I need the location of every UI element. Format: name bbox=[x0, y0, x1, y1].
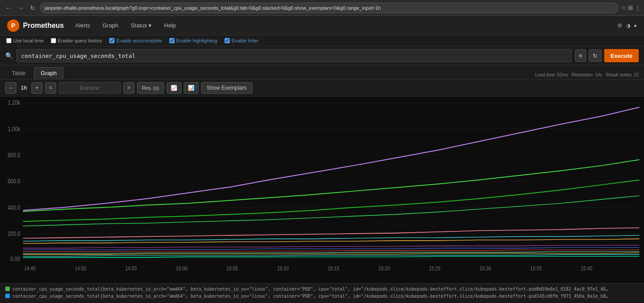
use-local-time-checkbox[interactable] bbox=[6, 38, 11, 43]
refresh-button[interactable]: ↻ bbox=[28, 4, 37, 12]
svg-text:400.0: 400.0 bbox=[8, 204, 20, 212]
area-chart-icon-button[interactable]: 📊 bbox=[184, 82, 198, 94]
use-local-time-label[interactable]: Use local time bbox=[6, 38, 44, 43]
legend-item: container_cpu_usage_seconds_total{beta_k… bbox=[5, 286, 639, 292]
autocomplete-label[interactable]: Enable autocomplete bbox=[109, 38, 162, 43]
menu-icon: ⋮ bbox=[635, 4, 640, 11]
load-time: Load time: 62ms bbox=[535, 72, 568, 77]
svg-text:15:05: 15:05 bbox=[227, 265, 238, 272]
show-exemplars-button[interactable]: Show Exemplars bbox=[201, 82, 252, 94]
prev-time-button[interactable]: < bbox=[45, 82, 56, 94]
svg-text:15:20: 15:20 bbox=[378, 265, 390, 272]
highlighting-label[interactable]: Enable highlighting bbox=[169, 38, 217, 43]
app-title: Prometheus bbox=[23, 22, 64, 30]
svg-text:800.0: 800.0 bbox=[8, 152, 20, 159]
nav-right-icons: ⚙ ◑ ● bbox=[617, 23, 637, 29]
search-actions: ≡ ↻ Execute bbox=[575, 49, 639, 62]
execute-button[interactable]: Execute bbox=[604, 49, 639, 62]
next-time-button[interactable]: > bbox=[123, 82, 134, 94]
resolution-button[interactable]: Res. (s) bbox=[137, 82, 164, 94]
svg-text:0.00: 0.00 bbox=[11, 255, 20, 263]
settings-icon[interactable]: ⚙ bbox=[617, 23, 622, 29]
svg-text:15:40: 15:40 bbox=[581, 265, 592, 272]
linter-checkbox[interactable] bbox=[225, 38, 230, 43]
svg-text:15:30: 15:30 bbox=[480, 265, 491, 272]
nav-graph[interactable]: Graph bbox=[100, 20, 121, 30]
svg-text:14:55: 14:55 bbox=[126, 265, 137, 272]
linter-label[interactable]: Enable linter bbox=[225, 38, 259, 43]
legend-color-1 bbox=[5, 287, 10, 291]
search-input[interactable] bbox=[16, 49, 572, 62]
theme-icon[interactable]: ◑ bbox=[626, 23, 630, 29]
svg-text:1.00k: 1.00k bbox=[8, 125, 20, 133]
svg-text:15:15: 15:15 bbox=[328, 265, 339, 272]
app-container: P Prometheus Alerts Graph Status ▾ Help … bbox=[0, 16, 644, 303]
highlighting-checkbox[interactable] bbox=[169, 38, 175, 43]
legend-text-2: container_cpu_usage_seconds_total{beta_k… bbox=[12, 293, 609, 299]
autocomplete-checkbox[interactable] bbox=[109, 38, 114, 43]
forward-button[interactable]: → bbox=[16, 4, 26, 12]
extensions-icon: ⊞ bbox=[628, 4, 633, 11]
svg-text:200.0: 200.0 bbox=[8, 230, 20, 238]
prometheus-logo-icon: P bbox=[7, 19, 19, 32]
time-controls: − 1h + < > Res. (s) 📈 📊 Show Exemplars bbox=[0, 80, 644, 97]
refresh-query-button[interactable]: ↻ bbox=[589, 49, 602, 62]
chart-svg: 1.20k 1.00k 800.0 600.0 400.0 200.0 0.00 bbox=[0, 97, 644, 283]
legend-color-2 bbox=[5, 294, 10, 298]
resolution: Resolution: 14s bbox=[572, 72, 602, 77]
query-history-label[interactable]: Enable query history bbox=[51, 38, 102, 43]
nav-status[interactable]: Status ▾ bbox=[128, 20, 154, 30]
end-time-input[interactable] bbox=[59, 82, 121, 94]
tabs-row: Table Graph Load time: 62ms Resolution: … bbox=[0, 65, 644, 80]
svg-text:15:10: 15:10 bbox=[277, 265, 289, 272]
tab-graph[interactable]: Graph bbox=[34, 67, 63, 79]
back-button[interactable]: ← bbox=[4, 4, 13, 12]
search-icon: 🔍 bbox=[5, 52, 13, 59]
chart-container: 1.20k 1.00k 800.0 600.0 400.0 200.0 0.00 bbox=[0, 97, 644, 283]
svg-text:15:00: 15:00 bbox=[176, 265, 187, 272]
nav-menu: Alerts Graph Status ▾ Help bbox=[72, 20, 179, 30]
decrease-range-button[interactable]: − bbox=[5, 82, 16, 94]
nav-help[interactable]: Help bbox=[161, 20, 179, 30]
browser-chrome: ← → ↻ ☆ ⊞ ⋮ bbox=[0, 0, 644, 16]
user-icon[interactable]: ● bbox=[634, 23, 637, 29]
legend-text-1: container_cpu_usage_seconds_total{beta_k… bbox=[12, 286, 609, 292]
svg-text:14:50: 14:50 bbox=[75, 265, 86, 272]
browser-icons: ☆ ⊞ ⋮ bbox=[621, 4, 640, 11]
top-nav: P Prometheus Alerts Graph Status ▾ Help … bbox=[0, 16, 644, 35]
format-button[interactable]: ≡ bbox=[575, 49, 587, 62]
legend-item-2: container_cpu_usage_seconds_total{beta_k… bbox=[5, 293, 639, 299]
query-history-checkbox[interactable] bbox=[51, 38, 56, 43]
tab-table[interactable]: Table bbox=[5, 67, 32, 79]
status-info: Load time: 62ms Resolution: 14s Result s… bbox=[535, 72, 639, 79]
result-series: Result series: 15 bbox=[606, 72, 639, 77]
increase-range-button[interactable]: + bbox=[31, 82, 42, 94]
line-chart-icon-button[interactable]: 📈 bbox=[167, 82, 181, 94]
time-range-label: 1h bbox=[19, 85, 29, 91]
svg-text:15:25: 15:25 bbox=[429, 265, 440, 272]
nav-logo: P Prometheus bbox=[7, 19, 64, 32]
url-bar[interactable] bbox=[40, 3, 618, 13]
svg-text:14:45: 14:45 bbox=[24, 265, 36, 272]
nav-alerts[interactable]: Alerts bbox=[72, 20, 92, 30]
svg-text:15:35: 15:35 bbox=[530, 265, 541, 272]
bookmark-icon: ☆ bbox=[621, 4, 626, 11]
options-bar: Use local time Enable query history Enab… bbox=[0, 35, 644, 46]
svg-text:600.0: 600.0 bbox=[8, 178, 20, 185]
svg-text:1.20k: 1.20k bbox=[8, 99, 20, 106]
search-bar: 🔍 ≡ ↻ Execute bbox=[0, 46, 644, 65]
legend-area: container_cpu_usage_seconds_total{beta_k… bbox=[0, 283, 644, 303]
